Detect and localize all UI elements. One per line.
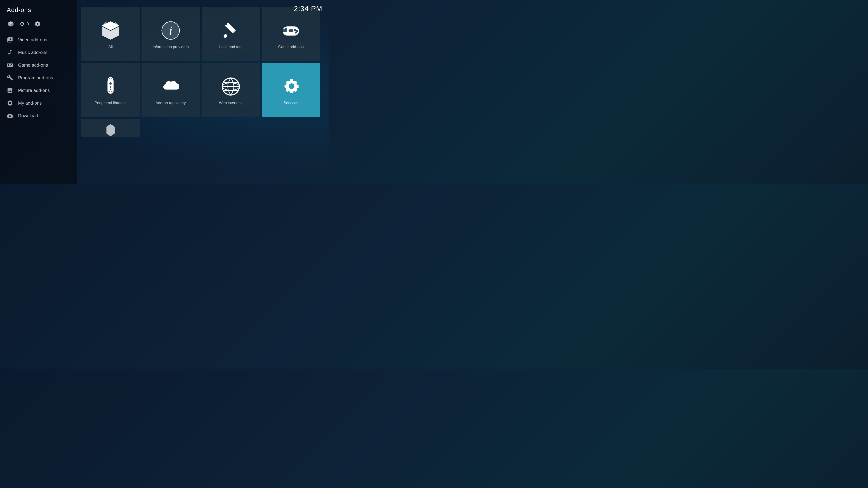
tile-look[interactable]: Look and feel: [202, 7, 260, 61]
tile-partial-3[interactable]: [202, 119, 260, 137]
tile-all[interactable]: All: [81, 7, 140, 61]
update-count[interactable]: 0: [20, 21, 29, 27]
clock: 2:34 PM: [294, 4, 322, 13]
sidebar-label-download: Download: [18, 113, 38, 119]
addon-box-icon[interactable]: [7, 20, 15, 28]
svg-rect-8: [285, 28, 287, 32]
sidebar-label-program: Program add-ons: [18, 75, 53, 80]
tile-partial-1[interactable]: [81, 119, 140, 137]
box-open-svg: [100, 20, 121, 41]
sidebar-label-game: Game add-ons: [18, 63, 48, 68]
svg-point-4: [225, 25, 227, 27]
tile-repo[interactable]: Add-on repository: [142, 63, 200, 117]
tile-peripheral[interactable]: Peripheral libraries: [81, 63, 140, 117]
svg-rect-14: [107, 78, 114, 94]
update-number: 0: [27, 22, 29, 26]
sidebar: Add-ons 0: [0, 0, 77, 184]
tile-info-label: Information providers: [153, 45, 189, 49]
addon-grid: All i Information providers Look and fee…: [81, 7, 322, 117]
svg-text:i: i: [169, 24, 172, 38]
sidebar-toolbar: 0: [0, 18, 77, 33]
paint-svg: [221, 20, 241, 41]
sidebar-item-music[interactable]: Music add-ons: [0, 46, 77, 59]
svg-rect-19: [111, 92, 113, 93]
sidebar-item-video[interactable]: Video add-ons: [0, 33, 77, 46]
sidebar-item-program[interactable]: Program add-ons: [0, 71, 77, 84]
sidebar-nav: Video add-ons Music add-ons Game add-ons…: [0, 33, 77, 184]
tile-repo-label: Add-on repository: [156, 101, 186, 105]
svg-point-17: [110, 89, 111, 90]
sidebar-label-music: Music add-ons: [18, 50, 48, 55]
sidebar-label-myadd: My add-ons: [18, 101, 42, 106]
remote-svg: [100, 76, 121, 97]
gamepad-svg: [281, 20, 301, 41]
sidebar-item-picture[interactable]: Picture add-ons: [0, 84, 77, 97]
svg-point-9: [294, 29, 296, 31]
tile-info[interactable]: i Information providers: [142, 7, 200, 61]
tile-gameaddons-label: Game add-ons: [278, 45, 304, 49]
svg-rect-18: [108, 92, 110, 93]
svg-point-12: [288, 30, 290, 32]
tile-services[interactable]: Services: [262, 63, 320, 117]
svg-point-10: [296, 30, 298, 32]
tile-all-label: All: [108, 45, 113, 49]
sidebar-item-download[interactable]: Download: [0, 109, 77, 122]
app-title: Add-ons: [0, 0, 77, 18]
partial-icon-1: [104, 123, 117, 137]
settings-icon[interactable]: [33, 20, 41, 28]
tile-web[interactable]: Web interface: [202, 63, 260, 117]
tile-gameaddons[interactable]: Game add-ons: [262, 7, 320, 61]
globe-svg: [221, 76, 241, 97]
svg-point-15: [110, 82, 112, 85]
sidebar-label-picture: Picture add-ons: [18, 88, 50, 93]
tile-partial-2[interactable]: [142, 119, 200, 137]
sidebar-item-game[interactable]: Game add-ons: [0, 59, 77, 71]
partial-row: [81, 119, 322, 137]
tile-peripheral-label: Peripheral libraries: [94, 101, 127, 105]
tile-services-label: Services: [283, 101, 298, 105]
svg-point-13: [291, 30, 293, 32]
svg-point-25: [289, 84, 294, 89]
tile-look-label: Look and feel: [219, 45, 242, 49]
main-content: 2:34 PM All i Information providers: [77, 0, 329, 184]
tile-web-label: Web interface: [219, 101, 243, 105]
svg-point-11: [295, 32, 297, 34]
info-circle-svg: i: [160, 20, 181, 41]
cloud-svg: [160, 76, 181, 97]
tile-partial-4[interactable]: [262, 119, 320, 137]
sidebar-item-myadd[interactable]: My add-ons: [0, 97, 77, 109]
sidebar-label-video: Video add-ons: [18, 37, 47, 42]
gear-svg: [281, 76, 301, 97]
svg-point-16: [110, 86, 111, 88]
